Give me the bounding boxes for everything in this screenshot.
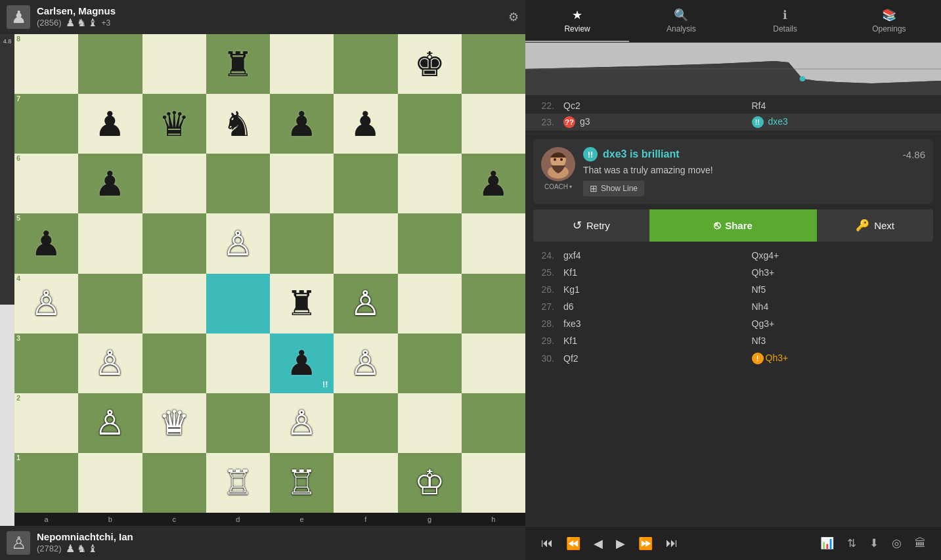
- cell-a3[interactable]: 3: [14, 334, 78, 393]
- cell-a2[interactable]: 2: [14, 393, 78, 453]
- move-black[interactable]: Qxg4+: [748, 249, 931, 261]
- move-black[interactable]: Nf5: [748, 284, 931, 295]
- coach-label[interactable]: COACH ▾: [544, 183, 572, 190]
- cell-g5[interactable]: [398, 213, 462, 273]
- move-white[interactable]: d6: [559, 301, 743, 312]
- cell-d3[interactable]: [206, 334, 270, 393]
- move-black[interactable]: Qh3+: [748, 267, 931, 278]
- cell-h8[interactable]: [462, 34, 525, 94]
- cell-f8[interactable]: [334, 34, 397, 94]
- retry-button[interactable]: ↺ Retry: [533, 209, 649, 242]
- cell-f1[interactable]: [334, 453, 397, 513]
- cell-h1[interactable]: [462, 453, 525, 513]
- next-next-button[interactable]: ⏩: [633, 534, 658, 553]
- cell-d5[interactable]: ♙: [206, 213, 270, 273]
- tab-analysis[interactable]: 🔍 Analysis: [629, 0, 733, 42]
- cell-d4[interactable]: [206, 274, 270, 334]
- cell-b3[interactable]: ♙: [78, 334, 142, 393]
- cell-e8[interactable]: [270, 34, 334, 94]
- cell-h3[interactable]: [462, 334, 525, 393]
- cell-c4[interactable]: [142, 274, 206, 334]
- cell-a5[interactable]: 5♟: [14, 213, 78, 273]
- cell-b5[interactable]: [78, 213, 142, 273]
- move-black-23[interactable]: !! dxe3: [748, 116, 931, 129]
- cell-a4[interactable]: 4♙: [14, 274, 78, 334]
- cell-g2[interactable]: [398, 393, 462, 453]
- last-move-button[interactable]: ⏭: [661, 534, 683, 553]
- cell-f5[interactable]: [334, 213, 397, 273]
- cell-g4[interactable]: [398, 274, 462, 334]
- move-white[interactable]: Kf1: [559, 335, 743, 347]
- cell-c3[interactable]: [142, 334, 206, 393]
- cell-e3[interactable]: ♟!!: [270, 334, 334, 393]
- settings-icon[interactable]: ⚙: [508, 10, 519, 24]
- cell-b4[interactable]: [78, 274, 142, 334]
- cell-c7[interactable]: ♛: [142, 94, 206, 154]
- cell-g6[interactable]: [398, 154, 462, 213]
- next-button[interactable]: 🔑 Next: [817, 209, 933, 242]
- cell-f3[interactable]: ♙: [334, 334, 397, 393]
- cell-b7[interactable]: ♟: [78, 94, 142, 154]
- cell-f6[interactable]: [334, 154, 397, 213]
- move-black[interactable]: Nf3: [748, 335, 931, 347]
- cell-c6[interactable]: [142, 154, 206, 213]
- move-white[interactable]: fxe3: [559, 318, 743, 330]
- cell-c1[interactable]: [142, 453, 206, 513]
- move-black[interactable]: Nh4: [748, 301, 931, 312]
- prev-prev-button[interactable]: ⏪: [561, 534, 586, 553]
- cell-a1[interactable]: 1: [14, 453, 78, 513]
- move-black-22[interactable]: Rf4: [748, 100, 931, 112]
- first-move-button[interactable]: ⏮: [536, 534, 558, 553]
- move-black[interactable]: !Qh3+: [748, 352, 931, 365]
- cell-f2[interactable]: [334, 393, 397, 453]
- cell-g3[interactable]: [398, 334, 462, 393]
- cell-a6[interactable]: 6: [14, 154, 78, 213]
- target-button[interactable]: ◎: [887, 534, 906, 553]
- cell-d2[interactable]: [206, 393, 270, 453]
- cell-e4[interactable]: ♜: [270, 274, 334, 334]
- show-line-button[interactable]: ⊞ Show Line: [583, 181, 644, 196]
- cell-e2[interactable]: ♙: [270, 393, 334, 453]
- bar-chart-button[interactable]: 📊: [816, 534, 839, 553]
- move-white[interactable]: Qf2: [559, 353, 743, 364]
- cell-f4[interactable]: ♙: [334, 274, 397, 334]
- cell-c5[interactable]: [142, 213, 206, 273]
- cell-b8[interactable]: [78, 34, 142, 94]
- cell-e7[interactable]: ♟: [270, 94, 334, 154]
- arrows-button[interactable]: ⇅: [843, 534, 861, 553]
- tab-review[interactable]: ★ Review: [525, 0, 629, 42]
- share-button[interactable]: ⎋ Share: [649, 209, 817, 242]
- cell-a7[interactable]: 7: [14, 94, 78, 154]
- cell-d8[interactable]: ♜: [206, 34, 270, 94]
- download-button[interactable]: ⬇: [865, 534, 883, 553]
- cell-d7[interactable]: ♞: [206, 94, 270, 154]
- cell-f7[interactable]: ♟: [334, 94, 397, 154]
- chess-board[interactable]: 8♜♚7♟♛♞♟♟6♟♟5♟♙4♙♜♙3♙♟!!♙2♙♛♙1♖♖♔: [14, 34, 525, 513]
- cell-g8[interactable]: ♚: [398, 34, 462, 94]
- move-black[interactable]: Qg3+: [748, 318, 931, 330]
- cell-g7[interactable]: [398, 94, 462, 154]
- move-white[interactable]: Kf1: [559, 267, 743, 278]
- tab-openings[interactable]: 📚 Openings: [837, 0, 941, 42]
- move-white-22[interactable]: Qc2: [559, 100, 743, 112]
- cell-d6[interactable]: [206, 154, 270, 213]
- building-button[interactable]: 🏛: [910, 534, 930, 553]
- move-white-23[interactable]: ?? g3: [559, 116, 743, 129]
- tab-details[interactable]: ℹ Details: [733, 0, 837, 42]
- cell-e1[interactable]: ♖: [270, 453, 334, 513]
- cell-c2[interactable]: ♛: [142, 393, 206, 453]
- cell-d1[interactable]: ♖: [206, 453, 270, 513]
- cell-e5[interactable]: [270, 213, 334, 273]
- cell-h6[interactable]: ♟: [462, 154, 525, 213]
- cell-g1[interactable]: ♔: [398, 453, 462, 513]
- cell-h4[interactable]: [462, 274, 525, 334]
- prev-button[interactable]: ◀: [588, 534, 608, 553]
- cell-e6[interactable]: [270, 154, 334, 213]
- cell-h2[interactable]: [462, 393, 525, 453]
- cell-b1[interactable]: [78, 453, 142, 513]
- cell-h5[interactable]: [462, 213, 525, 273]
- cell-h7[interactable]: [462, 94, 525, 154]
- move-white[interactable]: Kg1: [559, 284, 743, 295]
- next-move-button[interactable]: ▶: [611, 534, 630, 553]
- cell-b2[interactable]: ♙: [78, 393, 142, 453]
